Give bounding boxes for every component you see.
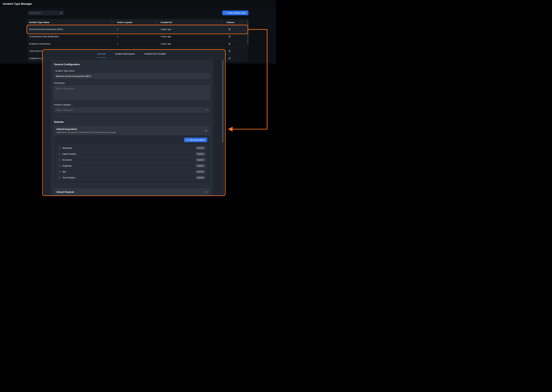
default-dispositions-header[interactable]: Default Dispositions Dispositions will a…	[54, 126, 210, 135]
column-header-name-label: Incident Type Name	[29, 21, 49, 23]
disposition-item: N/A System	[57, 169, 207, 175]
table-row[interactable]: Business Email Compromise (BEC) 1 3 days…	[27, 26, 247, 33]
page-title: Incident Type Manager	[3, 2, 32, 6]
incident-category-label: Incident Category	[54, 104, 210, 106]
incident-type-detail-modal: General Incident Workspace Incident Form…	[43, 50, 225, 196]
disposition-item: False Positive System	[57, 151, 207, 157]
incident-type-name-input[interactable]	[54, 74, 210, 78]
app-header: Incident Type Manager	[0, 0, 276, 8]
delete-button[interactable]	[228, 28, 231, 31]
column-header-actions-label: Actions	[226, 21, 234, 23]
new-incident-type-label: New Incident Type	[228, 12, 246, 14]
disposition-label: No Action	[62, 159, 196, 161]
plus-icon: +	[225, 11, 227, 14]
disposition-label: Resolved	[62, 147, 196, 149]
disposition-label: Duplicate	[62, 164, 196, 167]
drag-handle-icon[interactable]	[58, 170, 61, 173]
column-header-active-layouts-label: Active Layouts	[117, 21, 132, 23]
pencil-icon	[186, 139, 188, 141]
cell-created-on: 3 days ago	[159, 28, 225, 30]
default-playbook-title: Default Playbook	[57, 191, 74, 193]
cell-incident-type-name: Business Email Compromise (BEC)	[27, 28, 115, 30]
column-header-created-on[interactable]: Created On	[159, 19, 225, 26]
column-header-active-layouts[interactable]: Active Layouts	[115, 19, 159, 26]
description-textarea[interactable]	[54, 86, 210, 100]
cell-active-layouts: 1	[115, 35, 159, 38]
section-divider	[54, 117, 210, 117]
default-dispositions-header-text: Default Dispositions Dispositions will a…	[57, 128, 116, 133]
chevron-down-icon[interactable]	[205, 191, 207, 193]
chevron-down-icon	[206, 109, 208, 111]
incident-category-placeholder: Select categories	[56, 109, 73, 111]
cell-created-on: 3 days ago	[159, 42, 225, 45]
cell-incident-type-name: Endpoint Compromise	[27, 42, 115, 45]
drag-handle-icon[interactable]	[58, 164, 61, 167]
table-scrollbar-thumb[interactable]	[247, 20, 248, 45]
trash-icon	[228, 35, 231, 38]
modal-scrollbar-thumb[interactable]	[222, 60, 223, 142]
disposition-item: No Action System	[57, 157, 207, 163]
defaults-title: Defaults	[54, 120, 210, 123]
incident-type-name-label: * Incident Type Name	[54, 70, 210, 72]
chevron-down-icon[interactable]	[205, 130, 207, 131]
tab-incident-form-builder[interactable]: Incident Form Builder	[144, 50, 166, 58]
required-marker: *	[54, 70, 55, 72]
column-header-name[interactable]: Incident Type Name	[27, 19, 115, 26]
delete-button[interactable]	[228, 49, 231, 53]
drag-handle-icon[interactable]	[58, 147, 61, 149]
trash-icon	[228, 57, 231, 60]
table-row[interactable]: Endpoint Compromise 1 3 days ago	[27, 40, 247, 47]
default-dispositions-body: Edit Dispositions Resolved System False …	[54, 135, 210, 183]
cell-active-layouts: 1	[115, 42, 159, 45]
trash-icon	[228, 50, 231, 52]
description-label: Description	[54, 82, 210, 84]
table-row[interactable]: Unauthorized Data Modification 1 3 days …	[27, 33, 247, 40]
dispositions-list: Resolved System False Positive System No…	[57, 145, 207, 181]
disposition-label: N/A	[62, 170, 196, 173]
delete-button[interactable]	[228, 35, 231, 38]
arrowhead-annotation	[228, 127, 232, 132]
disposition-item: True Positive System	[57, 175, 207, 181]
system-badge: System	[196, 176, 205, 179]
system-badge: System	[196, 152, 205, 156]
new-incident-type-button[interactable]: + New Incident Type	[222, 11, 248, 15]
modal-scrollbar	[222, 60, 223, 194]
sort-icon	[221, 21, 222, 23]
trash-icon	[228, 42, 231, 45]
system-badge: System	[196, 164, 205, 168]
tab-incident-workspace[interactable]: Incident Workspace	[115, 50, 135, 58]
disposition-item: Resolved System	[57, 145, 207, 151]
system-badge: System	[196, 146, 205, 150]
sort-icon	[111, 21, 113, 23]
disposition-item: Duplicate System	[57, 163, 207, 169]
trash-icon	[228, 28, 231, 31]
system-badge: System	[196, 158, 205, 161]
default-playbook-header[interactable]: Default Playbook	[54, 189, 210, 196]
search-field[interactable]	[28, 11, 64, 15]
general-configuration-card: General Configuration * Incident Type Na…	[51, 60, 213, 196]
drag-handle-icon[interactable]	[58, 176, 61, 179]
delete-button[interactable]	[228, 42, 231, 46]
table-header-row: Incident Type Name Active Layouts Create…	[27, 19, 247, 26]
search-icon	[60, 12, 62, 14]
cell-created-on: 3 days ago	[159, 35, 225, 38]
edit-dispositions-label: Edit Dispositions	[189, 139, 205, 141]
incident-category-select[interactable]: Select categories	[54, 107, 210, 112]
delete-button[interactable]	[228, 56, 231, 60]
drag-handle-icon[interactable]	[58, 158, 61, 161]
drag-handle-icon[interactable]	[58, 153, 61, 155]
tab-general[interactable]: General	[97, 50, 106, 58]
default-playbook-panel: Default Playbook	[54, 189, 210, 196]
search-input[interactable]	[28, 12, 60, 14]
column-header-created-on-label: Created On	[160, 21, 172, 23]
default-dispositions-panel: Default Dispositions Dispositions will a…	[54, 126, 210, 183]
general-configuration-title: General Configuration	[54, 63, 210, 66]
column-header-actions: Actions	[225, 19, 247, 26]
disposition-label: True Positive	[62, 176, 196, 179]
disposition-label: False Positive	[62, 153, 196, 155]
system-badge: System	[196, 170, 205, 173]
cell-active-layouts: 1	[115, 28, 159, 30]
edit-dispositions-button[interactable]: Edit Dispositions	[184, 138, 207, 142]
default-dispositions-subtitle: Dispositions will appear in the interfac…	[57, 131, 116, 133]
cell-incident-type-name: Unauthorized Data Modification	[27, 35, 115, 38]
